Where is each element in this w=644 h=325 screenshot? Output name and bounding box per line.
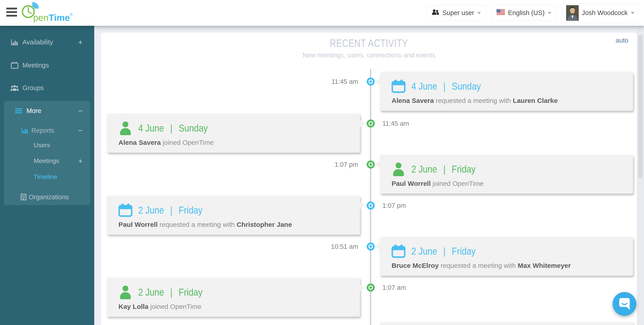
event-card: 4 June | Sunday Alena Savera joined Open… [107, 114, 360, 153]
event-title: 2 June | Friday [138, 287, 202, 298]
card-pointer-icon [360, 284, 365, 291]
sidebar-item-more[interactable]: More − [4, 104, 90, 117]
event-description: Alena Savera joined OpenTime [118, 139, 348, 146]
us-flag-icon [496, 9, 505, 16]
event-card: 2 June | Friday Paul Worrell joined Open… [380, 155, 633, 194]
scrollbar-track [637, 26, 644, 325]
sidebar-more-section: More − Reports − Users Meetings + Time [4, 101, 90, 205]
card-pointer-icon [375, 161, 380, 168]
collapse-minus-icon[interactable]: − [78, 106, 82, 115]
sidebar-item-reports[interactable]: Reports − [4, 124, 90, 137]
sidebar-item-meetings[interactable]: Meetings [0, 59, 94, 71]
card-pointer-icon [375, 78, 380, 85]
top-header: penTime® Super user [0, 0, 644, 26]
card-pointer-icon [360, 202, 365, 209]
event-type-icon [118, 285, 132, 299]
event-title: 4 June | Sunday [411, 80, 481, 92]
event-time: 1:07 pm [382, 201, 441, 210]
bar-chart-icon [10, 39, 19, 45]
event-card: 4 June | Sunday Alena Savera requested a… [380, 72, 633, 111]
scrollbar-thumb[interactable] [638, 35, 643, 178]
event-description: Paul Worrell requested a meeting with Ch… [118, 221, 348, 228]
sidebar-item-meetings-report[interactable]: Meetings + [4, 155, 90, 167]
event-card [380, 322, 633, 325]
timeline-dot [367, 160, 375, 169]
event-type-icon [392, 79, 406, 93]
role-dropdown[interactable]: Super user [426, 5, 486, 21]
event-type-icon [392, 244, 406, 258]
role-dropdown-value: Super user [442, 9, 474, 16]
language-dropdown[interactable]: English (US) [492, 5, 556, 21]
people-icon [10, 85, 19, 91]
event-description: Alena Savera requested a meeting with La… [392, 97, 621, 104]
bar-chart-icon [21, 127, 29, 134]
hamburger-menu-icon[interactable] [6, 8, 17, 18]
event-description: Kay Lolla joined OpenTime [118, 303, 348, 311]
collapse-minus-icon[interactable]: − [78, 126, 82, 135]
opentime-logo: penTime® [21, 1, 88, 24]
event-card: 2 June | Friday Bruce McElroy requested … [380, 237, 633, 276]
event-title: 2 June | Friday [138, 204, 202, 216]
event-time: 11:45 am [300, 77, 358, 86]
timeline-dot [367, 284, 375, 292]
timeline-events: 11:45 am 4 June | Sunday Alena Savera re… [101, 33, 637, 325]
event-time: 10:51 am [300, 242, 358, 251]
timeline-dot [367, 243, 375, 251]
event-title: 4 June | Sunday [138, 122, 208, 134]
event-type-icon [118, 203, 132, 217]
event-card: 2 June | Friday Paul Worrell requested a… [107, 196, 360, 235]
timeline-dot [367, 119, 375, 128]
logo-wordmark: penTime® [33, 10, 73, 23]
menu-icon [14, 108, 23, 113]
timeline-dot [367, 202, 375, 210]
event-title: 2 June | Friday [411, 163, 476, 175]
sidebar-item-availability[interactable]: Availability + [0, 36, 94, 48]
event-time: 1:07 am [382, 283, 441, 292]
event-time: 11:45 am [382, 119, 441, 128]
expand-plus-icon[interactable]: + [78, 157, 82, 165]
event-type-icon [392, 162, 406, 176]
card-pointer-icon [360, 120, 365, 127]
chat-launcher-button[interactable] [612, 292, 636, 316]
building-icon [19, 194, 28, 200]
sidebar-item-groups[interactable]: Groups [0, 82, 94, 94]
user-dropdown-name: Josh Woodcock [582, 9, 628, 16]
chat-bubble-icon [618, 297, 630, 311]
avatar [566, 5, 579, 21]
chevron-down-icon [631, 12, 634, 16]
event-description: Bruce McElroy requested a meeting with M… [392, 262, 621, 269]
users-icon [432, 9, 439, 17]
sidebar-item-users[interactable]: Users [4, 139, 90, 152]
event-type-icon [118, 121, 132, 135]
event-description: Paul Worrell joined OpenTime [392, 180, 621, 187]
chevron-down-icon [477, 12, 481, 16]
sidebar-item-organizations[interactable]: Organizations [4, 191, 90, 203]
event-title: 2 June | Friday [411, 245, 476, 257]
language-dropdown-value: English (US) [508, 9, 544, 16]
sidebar: Availability + Meetings Groups [0, 26, 94, 325]
expand-plus-icon[interactable]: + [78, 38, 82, 47]
chevron-down-icon [548, 12, 551, 16]
sidebar-item-timeline[interactable]: Timeline [4, 171, 90, 183]
card-pointer-icon [375, 243, 380, 250]
header-controls: Super user English (US) [426, 0, 638, 26]
calendar-icon [10, 62, 19, 69]
content-panel: auto RECENT ACTIVITY New meetings, users… [101, 33, 637, 325]
user-dropdown[interactable]: Josh Woodcock [562, 3, 638, 23]
timeline-dot [367, 77, 375, 86]
event-card: 2 June | Friday Kay Lolla joined OpenTim… [107, 278, 360, 317]
event-time: 1:07 pm [300, 160, 358, 169]
